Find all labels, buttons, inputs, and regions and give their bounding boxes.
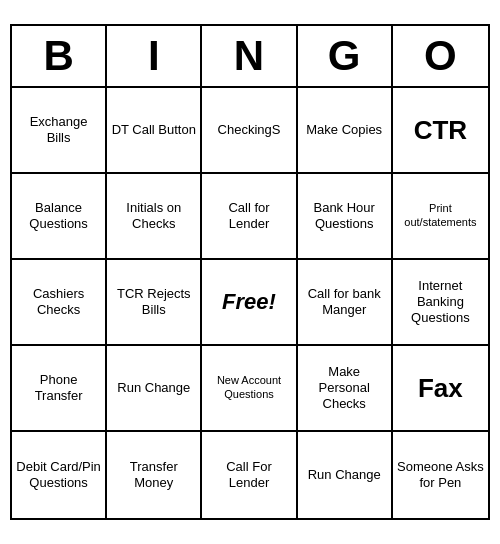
bingo-cell-22: Call For Lender — [202, 432, 297, 518]
bingo-cell-0: Exchange Bills — [12, 88, 107, 174]
bingo-cell-5: Balance Questions — [12, 174, 107, 260]
bingo-cell-18: Make Personal Checks — [298, 346, 393, 432]
bingo-grid: Exchange BillsDT Call ButtonCheckingSMak… — [12, 88, 488, 518]
bingo-cell-10: Cashiers Checks — [12, 260, 107, 346]
bingo-cell-13: Call for bank Manger — [298, 260, 393, 346]
bingo-cell-1: DT Call Button — [107, 88, 202, 174]
bingo-header: BINGO — [12, 26, 488, 88]
bingo-cell-21: Transfer Money — [107, 432, 202, 518]
bingo-cell-24: Someone Asks for Pen — [393, 432, 488, 518]
bingo-cell-11: TCR Rejects Bills — [107, 260, 202, 346]
bingo-cell-15: Phone Transfer — [12, 346, 107, 432]
bingo-cell-12: Free! — [202, 260, 297, 346]
bingo-cell-2: CheckingS — [202, 88, 297, 174]
bingo-cell-8: Bank Hour Questions — [298, 174, 393, 260]
bingo-cell-19: Fax — [393, 346, 488, 432]
bingo-cell-7: Call for Lender — [202, 174, 297, 260]
bingo-cell-20: Debit Card/Pin Questions — [12, 432, 107, 518]
bingo-cell-16: Run Change — [107, 346, 202, 432]
bingo-cell-14: Internet Banking Questions — [393, 260, 488, 346]
bingo-cell-6: Initials on Checks — [107, 174, 202, 260]
bingo-cell-9: Print out/statements — [393, 174, 488, 260]
bingo-letter-i: I — [107, 26, 202, 86]
bingo-cell-17: New Account Questions — [202, 346, 297, 432]
bingo-letter-g: G — [298, 26, 393, 86]
bingo-letter-o: O — [393, 26, 488, 86]
bingo-letter-b: B — [12, 26, 107, 86]
bingo-cell-3: Make Copies — [298, 88, 393, 174]
bingo-card: BINGO Exchange BillsDT Call ButtonChecki… — [10, 24, 490, 520]
bingo-letter-n: N — [202, 26, 297, 86]
bingo-cell-23: Run Change — [298, 432, 393, 518]
bingo-cell-4: CTR — [393, 88, 488, 174]
